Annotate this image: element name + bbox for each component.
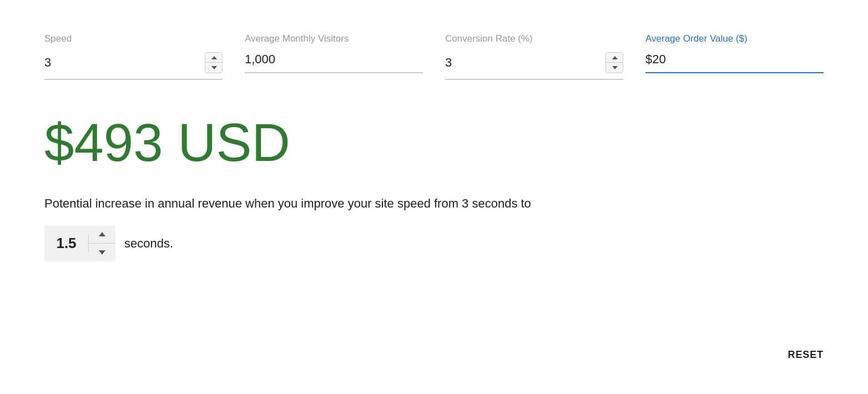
speed-value: 3 xyxy=(44,55,205,70)
monthly-visitors-input-row: 1,000 xyxy=(245,52,423,73)
description-before: Potential increase in annual revenue whe… xyxy=(44,196,531,210)
speed-down-arrow-icon xyxy=(211,66,217,69)
speed-label: Speed xyxy=(44,33,223,44)
target-speed-value: 1.5 xyxy=(44,235,89,252)
conversion-rate-value: 3 xyxy=(445,55,605,70)
conversion-rate-label: Conversion Rate (%) xyxy=(445,33,623,44)
target-speed-controls xyxy=(89,226,115,261)
monthly-visitors-group: Average Monthly Visitors 1,000 xyxy=(245,33,445,80)
conversion-rate-input-row: 3 xyxy=(445,52,623,80)
target-speed-spin-up[interactable] xyxy=(89,226,115,244)
average-order-value-group: Average Order Value ($) xyxy=(645,33,824,80)
target-speed-spin-down[interactable] xyxy=(89,244,115,261)
conversion-rate-up-arrow-icon xyxy=(612,56,618,59)
seconds-label: seconds. xyxy=(124,236,173,251)
result-section: $493 USD Potential increase in annual re… xyxy=(44,113,824,261)
average-order-value-input[interactable] xyxy=(645,52,824,67)
speed-spin-up[interactable] xyxy=(205,53,223,63)
speed-spinner[interactable] xyxy=(205,52,223,73)
target-speed-spinner-box: 1.5 xyxy=(44,226,115,261)
conversion-rate-spinner[interactable] xyxy=(605,52,623,73)
speed-group: Speed 3 xyxy=(44,33,245,80)
speed-input-row: 3 xyxy=(44,52,223,80)
conversion-rate-down-arrow-icon xyxy=(612,66,618,69)
conversion-rate-group: Conversion Rate (%) 3 xyxy=(445,33,645,80)
result-description: Potential increase in annual revenue whe… xyxy=(44,194,824,213)
calculator-container: Speed 3 Average Monthly Visitors 1,000 xyxy=(0,0,868,394)
target-speed-up-arrow-icon xyxy=(99,232,105,236)
average-order-value-label: Average Order Value ($) xyxy=(645,33,824,44)
conversion-rate-spin-down[interactable] xyxy=(606,63,623,73)
average-order-value-input-row xyxy=(645,52,824,73)
inputs-row: Speed 3 Average Monthly Visitors 1,000 xyxy=(44,33,824,80)
inline-spinner-section: 1.5 seconds. xyxy=(44,226,824,261)
monthly-visitors-label: Average Monthly Visitors xyxy=(245,33,423,44)
conversion-rate-spin-up[interactable] xyxy=(606,53,623,63)
speed-spin-down[interactable] xyxy=(205,63,223,73)
speed-up-arrow-icon xyxy=(211,56,217,59)
result-amount: $493 USD xyxy=(44,113,824,172)
monthly-visitors-value: 1,000 xyxy=(245,52,423,67)
reset-button[interactable]: RESET xyxy=(788,349,824,361)
target-speed-down-arrow-icon xyxy=(99,250,105,255)
